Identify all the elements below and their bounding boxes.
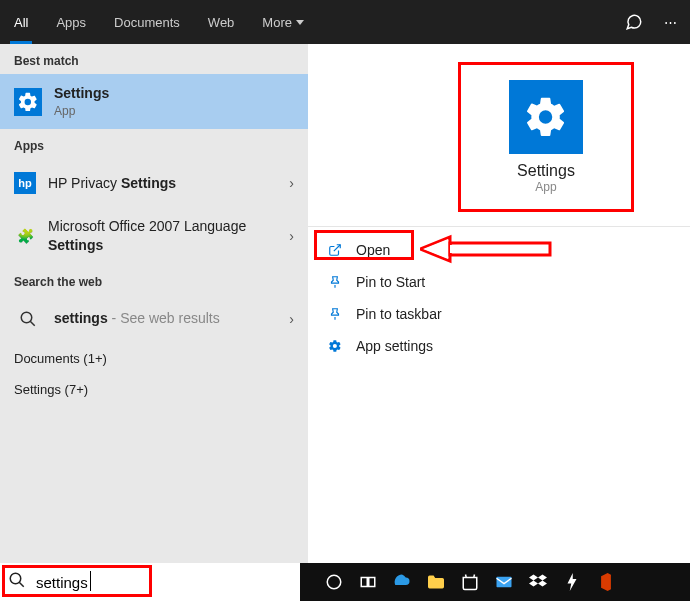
collapse-settings[interactable]: Settings (7+) bbox=[0, 374, 308, 405]
cortana-icon[interactable] bbox=[324, 572, 344, 592]
svg-line-1 bbox=[30, 321, 35, 326]
lightning-icon[interactable] bbox=[562, 572, 582, 592]
result-web-settings[interactable]: settings - See web results › bbox=[0, 295, 308, 343]
svg-point-0 bbox=[21, 312, 32, 323]
open-icon bbox=[326, 241, 344, 259]
edge-icon[interactable] bbox=[392, 572, 412, 592]
shield-icon: hp bbox=[14, 172, 36, 194]
tab-web[interactable]: Web bbox=[194, 0, 249, 44]
office-icon[interactable] bbox=[596, 572, 616, 592]
result-hp-privacy[interactable]: hp HP Privacy Settings › bbox=[0, 159, 308, 207]
svg-rect-14 bbox=[497, 577, 512, 588]
feedback-icon[interactable] bbox=[624, 12, 644, 32]
preview-tile: Settings App bbox=[458, 62, 634, 212]
dropbox-icon[interactable] bbox=[528, 572, 548, 592]
task-view-icon[interactable] bbox=[358, 572, 378, 592]
svg-point-9 bbox=[10, 573, 21, 584]
search-scope-tabs: All Apps Documents Web More ⋯ bbox=[0, 0, 690, 44]
collapse-documents[interactable]: Documents (1+) bbox=[0, 343, 308, 374]
svg-line-10 bbox=[19, 582, 24, 587]
pin-icon bbox=[326, 273, 344, 291]
search-box-wrap bbox=[0, 563, 300, 601]
preview-sub: App bbox=[535, 180, 556, 194]
chevron-down-icon bbox=[296, 20, 304, 25]
gear-icon bbox=[14, 88, 42, 116]
search-icon bbox=[14, 305, 42, 333]
annotation-arrow bbox=[420, 234, 560, 264]
chevron-right-icon: › bbox=[289, 175, 294, 191]
action-pin-taskbar[interactable]: Pin to taskbar bbox=[308, 298, 690, 330]
tab-documents[interactable]: Documents bbox=[100, 0, 194, 44]
preview-panel: Settings App Open Pin to Start Pi bbox=[308, 44, 690, 563]
more-options-icon[interactable]: ⋯ bbox=[660, 12, 680, 32]
tab-apps[interactable]: Apps bbox=[42, 0, 100, 44]
action-app-settings[interactable]: App settings bbox=[308, 330, 690, 362]
gear-icon bbox=[509, 80, 583, 154]
search-input[interactable] bbox=[0, 563, 300, 601]
action-pin-start[interactable]: Pin to Start bbox=[308, 266, 690, 298]
tab-more[interactable]: More bbox=[248, 0, 318, 44]
svg-rect-13 bbox=[369, 578, 375, 587]
mail-icon[interactable] bbox=[494, 572, 514, 592]
search-icon bbox=[8, 571, 26, 593]
result-office-language[interactable]: 🧩 Microsoft Office 2007 Language Setting… bbox=[0, 207, 308, 265]
preview-title: Settings bbox=[517, 162, 575, 180]
chevron-right-icon: › bbox=[289, 228, 294, 244]
chevron-right-icon: › bbox=[289, 311, 294, 327]
divider bbox=[308, 226, 690, 227]
pin-icon bbox=[326, 305, 344, 323]
store-icon[interactable] bbox=[460, 572, 480, 592]
section-apps: Apps bbox=[0, 129, 308, 159]
taskbar bbox=[0, 563, 690, 601]
section-best-match: Best match bbox=[0, 44, 308, 74]
tab-all[interactable]: All bbox=[0, 0, 42, 44]
text-caret bbox=[90, 571, 91, 591]
results-panel: Best match Settings App Apps hp HP Priva… bbox=[0, 44, 308, 563]
result-best-settings[interactable]: Settings App bbox=[0, 74, 308, 129]
svg-line-2 bbox=[334, 245, 340, 251]
office-icon: 🧩 bbox=[14, 225, 36, 247]
file-explorer-icon[interactable] bbox=[426, 572, 446, 592]
svg-rect-8 bbox=[450, 245, 547, 253]
svg-rect-12 bbox=[361, 578, 367, 587]
section-web: Search the web bbox=[0, 265, 308, 295]
gear-icon bbox=[326, 337, 344, 355]
svg-point-11 bbox=[327, 575, 341, 589]
